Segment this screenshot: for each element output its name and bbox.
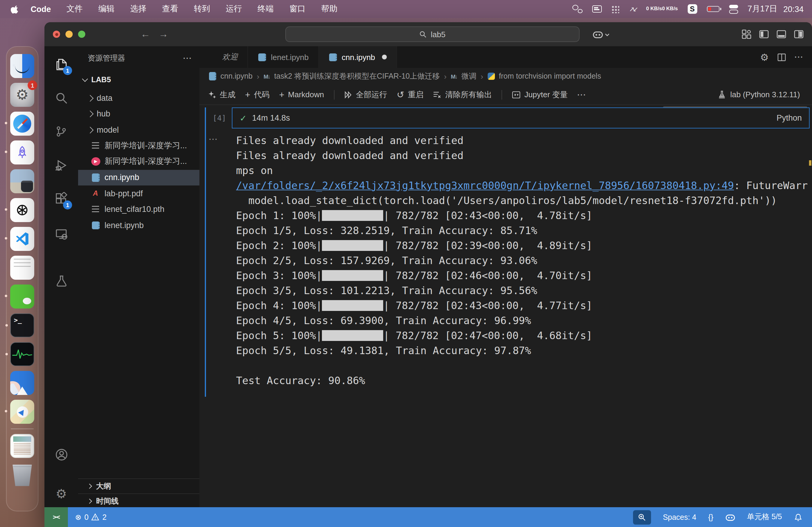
menu-item[interactable]: 查看 — [154, 4, 186, 14]
settings-gear-icon[interactable]: ⚙ — [49, 482, 73, 506]
run-debug-icon[interactable] — [49, 153, 73, 177]
minimize-button[interactable] — [66, 31, 73, 38]
close-button[interactable] — [53, 31, 60, 38]
file-link[interactable]: /var/folders/_2/x6f24ljx73jg1tkytpg3xmrc… — [236, 179, 734, 192]
dock-preview-image-icon[interactable] — [10, 169, 34, 193]
remote-indicator[interactable]: >< — [44, 507, 68, 527]
menu-item[interactable]: 文件 — [59, 4, 91, 14]
menu-item[interactable]: 编辑 — [91, 4, 122, 14]
copilot-status-icon[interactable] — [725, 512, 735, 522]
menu-item[interactable]: 帮助 — [314, 4, 345, 14]
editor-tab[interactable]: 欢迎 — [199, 46, 248, 68]
jupyter-variables-button[interactable]: Jupyter 变量 — [512, 89, 568, 100]
menu-item[interactable]: 运行 — [218, 4, 250, 14]
toolbar-more-icon[interactable]: ··· — [578, 90, 586, 99]
tree-item[interactable]: hub — [78, 106, 199, 122]
notifications-bell-icon[interactable] — [794, 513, 802, 521]
source-control-icon[interactable] — [49, 119, 73, 144]
menu-item[interactable]: 转到 — [186, 4, 218, 14]
editor-tab[interactable]: cnn.ipynb — [319, 46, 397, 68]
menu-item[interactable]: 窗口 — [282, 4, 314, 14]
explorer-more-icon[interactable]: ··· — [183, 54, 192, 62]
timeline-section[interactable]: 时间线 — [78, 493, 199, 508]
clear-outputs-button[interactable]: 清除所有输出 — [433, 89, 492, 100]
cell-language[interactable]: Python — [777, 114, 802, 122]
extensions-icon[interactable]: 1 — [49, 187, 73, 211]
split-editor-layout-icon[interactable] — [794, 29, 803, 39]
cell-status-bar[interactable]: ✓ 14m 14.8s Python — [232, 107, 810, 129]
dock-maps-icon[interactable] — [10, 400, 34, 424]
battery-icon[interactable] — [707, 6, 719, 12]
toggle-sidebar-icon[interactable] — [759, 29, 769, 39]
breadcrumb-section[interactable]: › task2 将预训练深度卷积模型在CIFAR-10上做迁移 — [257, 71, 440, 81]
add-markdown-button[interactable]: +Markdown — [279, 90, 324, 99]
problems-indicator[interactable]: ⊗ 0 2 — [68, 513, 106, 522]
menu-bar-clock[interactable]: 7月17日 20:34 — [748, 4, 803, 14]
cell-position-indicator[interactable]: 单元格 5/5 — [747, 512, 782, 522]
menu-item[interactable]: 终端 — [250, 4, 282, 14]
dock-trash-icon[interactable] — [10, 463, 34, 487]
notebook-settings-gear-icon[interactable]: ⚙ — [760, 51, 769, 63]
customize-layout-icon[interactable] — [742, 29, 751, 39]
nav-forward-icon[interactable]: → — [159, 29, 168, 40]
braces-indicator[interactable]: {} — [708, 513, 713, 521]
app-menu[interactable]: Code — [23, 4, 59, 14]
explorer-icon[interactable]: 1 — [49, 52, 73, 76]
dock-activity-monitor-icon[interactable] — [10, 342, 34, 366]
maximize-button[interactable] — [78, 31, 85, 38]
dock-documents-icon[interactable] — [10, 434, 34, 458]
remote-explorer-icon[interactable] — [49, 222, 73, 246]
dock-finder-icon[interactable] — [10, 54, 34, 78]
restart-button[interactable]: ↺重启 — [397, 89, 423, 100]
add-code-button[interactable]: +代码 — [245, 89, 270, 100]
control-center-icon[interactable] — [729, 4, 738, 14]
breadcrumb-file[interactable]: cnn.ipynb — [220, 72, 252, 80]
run-all-button[interactable]: 全部运行 — [344, 89, 387, 100]
testing-beaker-icon[interactable] — [49, 269, 73, 293]
more-actions-icon[interactable]: ··· — [795, 53, 803, 61]
editor-tab[interactable]: lenet.ipynb — [248, 46, 319, 68]
breadcrumb-section[interactable]: › 微调 — [444, 71, 477, 81]
dock-wechat-icon[interactable] — [10, 285, 34, 308]
toggle-panel-icon[interactable] — [777, 29, 786, 39]
zoom-button[interactable] — [633, 510, 651, 524]
wechat-status-icon[interactable] — [572, 5, 583, 13]
dock-chatgpt-icon[interactable] — [10, 198, 34, 222]
dock-safari-icon[interactable] — [10, 112, 34, 136]
workspace-root[interactable]: LAB5 — [78, 73, 199, 87]
dock-system-settings-icon[interactable]: ⚙1 — [10, 83, 34, 107]
dock-vscode-icon[interactable] — [10, 227, 34, 251]
tree-item[interactable]: model — [78, 122, 199, 138]
search-icon[interactable] — [49, 86, 73, 110]
dock-terminal-icon[interactable]: >_ — [10, 313, 34, 337]
command-center-search[interactable]: lab5 — [285, 26, 580, 42]
split-editor-icon[interactable] — [777, 52, 786, 61]
network-arrows-icon[interactable]: ↗↙ — [629, 5, 637, 13]
tree-item[interactable]: cnn.ipynb — [78, 169, 199, 185]
display-status-icon[interactable] — [593, 5, 602, 13]
breadcrumb-section[interactable]: › from torchvision import models — [481, 72, 601, 81]
file-icon — [91, 189, 100, 198]
grid-status-icon[interactable] — [612, 5, 620, 13]
surge-icon[interactable]: S — [687, 4, 697, 14]
kernel-picker[interactable]: lab (Python 3.12.11) — [718, 90, 812, 99]
apple-menu-icon[interactable] — [7, 4, 23, 14]
tree-item[interactable]: lenet_cifar10.pth — [78, 201, 199, 217]
output-more-icon[interactable]: ··· — [209, 135, 218, 144]
menu-item[interactable]: 选择 — [122, 4, 154, 14]
nav-back-icon[interactable]: ← — [141, 29, 150, 40]
tree-item[interactable]: 新同学培训-深度学习... — [78, 138, 199, 154]
dock-notes-icon[interactable] — [10, 256, 34, 280]
dock-rocket-icon[interactable] — [10, 140, 34, 164]
generate-button[interactable]: 生成 — [208, 89, 235, 100]
outline-section[interactable]: 大纲 — [78, 478, 199, 493]
tree-item[interactable]: data — [78, 90, 199, 106]
tree-item[interactable]: 新同学培训-深度学习... — [78, 154, 199, 169]
accounts-icon[interactable] — [49, 442, 73, 466]
dock-mountains-app-icon[interactable] — [10, 371, 34, 395]
net-speed[interactable]: 0 KB/s0 KB/s — [646, 6, 678, 12]
tree-item[interactable]: lenet.ipynb — [78, 217, 199, 233]
copilot-menu[interactable] — [593, 29, 610, 40]
tree-item[interactable]: lab-ppt.pdf — [78, 185, 199, 201]
spaces-indicator[interactable]: Spaces: 4 — [663, 513, 696, 521]
